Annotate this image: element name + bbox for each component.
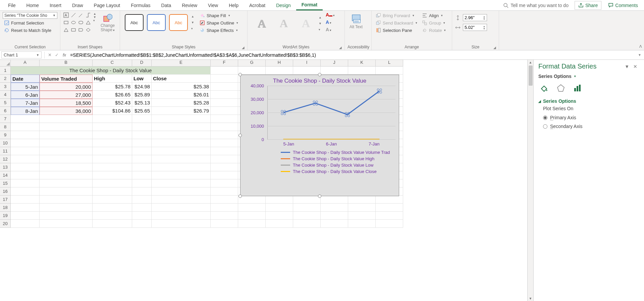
row-header[interactable]: 3 — [0, 83, 11, 91]
alt-text-button[interactable]: Alt Text — [347, 12, 365, 31]
cell[interactable]: $25.28 — [152, 99, 211, 107]
cell[interactable] — [40, 187, 93, 196]
vertical-scrollbar[interactable]: ▲ ▼ — [527, 60, 533, 301]
cell[interactable] — [348, 67, 376, 75]
cell[interactable]: 36,000 — [40, 107, 93, 115]
tab-file[interactable]: File — [3, 1, 21, 10]
chart-element-selector[interactable]: Series "The Cookie Sho ▼ — [3, 12, 57, 19]
collapse-ribbon-button[interactable]: ᐱ — [639, 44, 642, 49]
flow1-shape-icon[interactable] — [63, 27, 69, 33]
cell[interactable] — [376, 212, 403, 220]
cell[interactable] — [211, 204, 238, 212]
cell[interactable] — [11, 196, 40, 204]
share-button[interactable]: Share — [575, 1, 601, 10]
chart-legend[interactable]: The Cookie Shop - Daily Stock Value Volu… — [240, 146, 399, 176]
cell[interactable] — [293, 220, 321, 228]
cell[interactable] — [132, 220, 152, 228]
cell[interactable] — [238, 204, 266, 212]
cell[interactable] — [132, 139, 152, 147]
name-box[interactable]: Chart 1 ▼ — [1, 51, 42, 58]
oval-shape-icon[interactable] — [70, 19, 76, 26]
cell[interactable] — [376, 196, 403, 204]
cell[interactable] — [132, 123, 152, 131]
cell[interactable]: $26.79 — [152, 107, 211, 115]
col-header-D[interactable]: D — [132, 60, 152, 67]
chart-handle-bl[interactable] — [238, 195, 242, 198]
cell[interactable] — [11, 204, 40, 212]
cell[interactable] — [321, 67, 348, 75]
reset-match-style-button[interactable]: Reset to Match Style — [3, 27, 57, 34]
primary-axis-radio[interactable]: Primary Axis — [543, 113, 639, 122]
shape-gallery[interactable]: A — [63, 12, 91, 33]
cell[interactable] — [93, 123, 132, 131]
size-launcher[interactable]: ◢ — [493, 46, 496, 49]
cell[interactable] — [93, 196, 132, 204]
cell[interactable]: Low — [132, 75, 152, 83]
chart-x-axis[interactable]: 5-Jan6-Jan7-Jan — [240, 139, 399, 146]
cell[interactable] — [211, 212, 238, 220]
shape-styles-launcher[interactable]: ◢ — [242, 46, 245, 49]
cell[interactable] — [40, 131, 93, 139]
cell[interactable]: $25.65 — [132, 107, 152, 115]
wordart-scroll[interactable]: ▲▼▾ — [319, 16, 322, 31]
cell[interactable] — [40, 147, 93, 155]
cell[interactable] — [132, 196, 152, 204]
row-header[interactable]: 17 — [0, 196, 11, 204]
tab-format[interactable]: Format — [296, 0, 323, 10]
row-header[interactable]: 5 — [0, 99, 11, 107]
cell[interactable] — [266, 204, 293, 212]
cell[interactable] — [266, 220, 293, 228]
tab-data[interactable]: Data — [156, 1, 177, 10]
cell[interactable] — [40, 115, 93, 123]
row-header[interactable]: 20 — [0, 220, 11, 228]
cell[interactable] — [238, 212, 266, 220]
series-options-tab[interactable] — [572, 82, 583, 94]
cell[interactable]: $25.89 — [132, 91, 152, 99]
cell[interactable] — [152, 187, 211, 196]
wordart-gallery[interactable]: A A A ▲▼▾ — [250, 12, 324, 35]
cell[interactable] — [211, 147, 238, 155]
enter-formula-button[interactable]: ✓ — [55, 52, 59, 57]
series-options-dropdown[interactable]: Series Options ▾ — [538, 74, 639, 79]
cell[interactable] — [11, 139, 40, 147]
cell[interactable] — [132, 155, 152, 163]
col-header-K[interactable]: K — [348, 60, 376, 67]
cell[interactable] — [293, 196, 321, 204]
cell[interactable] — [211, 179, 238, 187]
cell[interactable] — [93, 139, 132, 147]
cell[interactable]: Volume Traded — [40, 75, 93, 83]
cell[interactable] — [93, 163, 132, 171]
row-header[interactable]: 10 — [0, 139, 11, 147]
selection-pane-button[interactable]: Selection Pane — [374, 27, 419, 34]
cell[interactable] — [93, 115, 132, 123]
cell[interactable] — [132, 187, 152, 196]
shape-gallery-scroll[interactable]: ▲▼▾ — [93, 12, 96, 22]
cell[interactable] — [11, 115, 40, 123]
cell[interactable] — [321, 212, 348, 220]
tab-help[interactable]: Help — [223, 1, 244, 10]
col-header-E[interactable]: E — [152, 60, 211, 67]
secondary-axis-radio[interactable]: Secondary Axis — [543, 122, 639, 131]
shape-height-input[interactable]: ▲▼ — [463, 14, 487, 21]
cell[interactable] — [238, 220, 266, 228]
cell[interactable] — [152, 147, 211, 155]
col-header-G[interactable]: G — [238, 60, 266, 67]
tab-formulas[interactable]: Formulas — [125, 1, 156, 10]
cell[interactable] — [152, 139, 211, 147]
col-header-J[interactable]: J — [321, 60, 348, 67]
cell[interactable] — [40, 179, 93, 187]
cell[interactable]: $26.01 — [152, 91, 211, 99]
cell[interactable] — [11, 123, 40, 131]
col-header-A[interactable]: A — [11, 60, 40, 67]
cell[interactable] — [152, 155, 211, 163]
wordart-style-1[interactable]: A — [252, 14, 271, 33]
cell[interactable]: $25.13 — [132, 99, 152, 107]
cell[interactable] — [40, 220, 93, 228]
effects-tab[interactable] — [555, 82, 567, 94]
bring-forward-button[interactable]: Bring Forward▾ — [374, 12, 419, 19]
cell[interactable] — [132, 204, 152, 212]
cell[interactable] — [93, 155, 132, 163]
chart-handle-bm[interactable] — [318, 195, 321, 198]
cell[interactable]: $26.65 — [93, 91, 132, 99]
cell[interactable] — [40, 204, 93, 212]
